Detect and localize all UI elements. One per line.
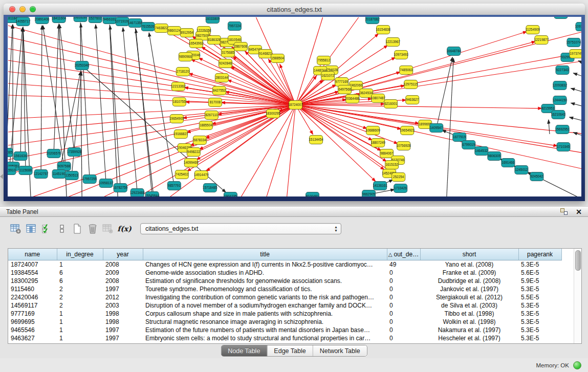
graph-node[interactable]: 3915910 xyxy=(8,166,16,175)
citation-edge-black[interactable] xyxy=(54,25,59,154)
graph-node[interactable]: 9245042 xyxy=(530,172,543,181)
graph-node[interactable]: 8267110 xyxy=(205,111,218,120)
zoom-button[interactable] xyxy=(30,6,36,12)
table-cell[interactable]: Investigating the contribution of common… xyxy=(143,293,387,301)
graph-node[interactable]: 10975143 xyxy=(575,23,581,31)
graph-node[interactable]: 2867608 xyxy=(234,42,247,51)
graph-node[interactable]: 12142757 xyxy=(34,170,49,179)
graph-node[interactable]: 14099469 xyxy=(184,159,199,167)
graph-node[interactable]: 7463822 xyxy=(155,24,168,33)
table-cell[interactable]: Franke et al. (2009) xyxy=(420,269,518,277)
table-cell[interactable]: 1 xyxy=(57,334,103,342)
graph-node[interactable]: 19654923 xyxy=(400,126,415,135)
delete-column-button[interactable] xyxy=(85,222,100,235)
graph-node[interactable]: 252254 xyxy=(392,173,405,182)
graph-node[interactable]: 9463627 xyxy=(406,96,419,104)
graph-node[interactable]: 817008 xyxy=(208,98,222,107)
table-cell[interactable]: 1997 xyxy=(103,285,143,293)
table-cell[interactable]: 2008 xyxy=(103,277,143,285)
table-cell[interactable]: 9777169 xyxy=(8,310,57,318)
table-cell[interactable]: 1998 xyxy=(103,310,143,318)
graph-node[interactable]: 20206576 xyxy=(47,149,61,158)
table-cell[interactable]: 5.3E-5 xyxy=(518,326,561,334)
table-cell[interactable]: 0 xyxy=(387,301,420,310)
table-row[interactable]: 977716911998Corpus callosum shape and si… xyxy=(8,310,581,318)
column-header-pagerank[interactable]: pagerank xyxy=(518,249,561,260)
graph-node[interactable]: 1527602 xyxy=(89,17,102,23)
graph-node[interactable]: 9662905 xyxy=(362,190,376,197)
table-cell[interactable]: Estimation of significance thresholds fo… xyxy=(143,277,387,285)
citation-edge-red[interactable] xyxy=(8,26,296,105)
graph-node[interactable]: 2718120 xyxy=(176,68,189,76)
table-cell[interactable]: 0 xyxy=(387,277,420,285)
window-titlebar[interactable]: citations_edges.txt xyxy=(4,4,585,15)
graph-node[interactable]: 10653287 xyxy=(73,17,88,22)
minimize-button[interactable] xyxy=(19,6,26,12)
table-cell[interactable]: 18724007 xyxy=(8,260,57,269)
graph-node[interactable]: 9097588 xyxy=(57,162,71,171)
graph-node[interactable]: 7957224 xyxy=(228,22,241,31)
table-cell[interactable]: 5.3E-5 xyxy=(518,301,561,310)
graph-node[interactable]: 1973749 xyxy=(570,50,581,58)
table-selector-dropdown[interactable]: citations_edges.txt ▲▼ xyxy=(140,223,341,234)
graph-node[interactable]: 1904235 xyxy=(224,192,237,197)
table-cell[interactable]: 5.3E-5 xyxy=(518,334,561,342)
table-cell[interactable]: 2008 xyxy=(103,260,143,269)
graph-node[interactable]: 9227343 xyxy=(556,66,569,75)
column-header-in_degree[interactable]: in_degree xyxy=(57,249,103,260)
table-cell[interactable]: 1 xyxy=(57,260,103,269)
graph-node[interactable]: 7485063 xyxy=(400,66,413,75)
table-cell[interactable]: Dudbridge et al. (2008) xyxy=(420,277,518,285)
citation-edge-black[interactable] xyxy=(23,28,26,170)
graph-node[interactable]: 12444150 xyxy=(553,96,568,105)
citation-edge-black[interactable] xyxy=(96,25,106,183)
graph-node[interactable]: 1710345 xyxy=(557,143,570,151)
column-header-year[interactable]: year xyxy=(103,249,143,260)
table-cell[interactable]: Stergiakouli et al. (2012) xyxy=(420,293,518,301)
graph-node[interactable]: 15692951 xyxy=(555,125,570,134)
graph-node[interactable]: 6497568 xyxy=(338,85,352,94)
graph-node[interactable]: 1115688 xyxy=(19,166,32,175)
graph-node[interactable]: 9242848 xyxy=(219,59,232,68)
graph-node[interactable]: 14671358 xyxy=(128,19,143,28)
graph-node[interactable]: 16782759 xyxy=(113,184,128,192)
table-cell[interactable]: 49 xyxy=(387,260,420,269)
graph-node[interactable]: 7955812 xyxy=(317,56,331,65)
table-cell[interactable]: de Silva et al. (2003) xyxy=(420,301,518,310)
table-cell[interactable]: 1998 xyxy=(103,318,143,326)
graph-node[interactable]: 20891406 xyxy=(35,17,50,24)
table-cell[interactable]: Tibbo et al. (1998) xyxy=(420,310,518,318)
network-canvas[interactable]: 1811843140557172089140618411604106532871… xyxy=(8,17,581,196)
graph-node[interactable]: 12923488 xyxy=(130,189,145,197)
table-cell[interactable]: Structural magnetic resonance image aver… xyxy=(143,318,387,326)
tab-node-table[interactable]: Node Table xyxy=(221,345,267,356)
graph-node[interactable]: 9884067 xyxy=(380,149,394,158)
graph-node[interactable]: 16543962 xyxy=(189,39,204,48)
table-scrollbar[interactable] xyxy=(574,249,581,343)
table-scrollbar-thumb[interactable] xyxy=(575,250,581,271)
graph-node[interactable]: 1464532 xyxy=(475,147,488,156)
table-cell[interactable]: 0 xyxy=(387,318,420,326)
graph-node[interactable]: 8427552 xyxy=(212,86,226,95)
graph-node[interactable]: 9860124 xyxy=(167,27,181,35)
graph-node[interactable]: 9498222 xyxy=(187,148,200,157)
graph-node[interactable]: 7615526 xyxy=(141,23,155,31)
graph-node[interactable]: 15134454 xyxy=(309,136,323,144)
create-column-button[interactable] xyxy=(70,222,85,235)
citation-edge-black[interactable] xyxy=(80,23,82,196)
graph-node[interactable]: 1621072 xyxy=(321,72,335,80)
graph-node[interactable]: 10958137 xyxy=(99,179,114,188)
table-cell[interactable]: 5.5E-5 xyxy=(518,293,561,301)
table-cell[interactable]: 2 xyxy=(57,285,103,293)
graph-node[interactable]: 16033809 xyxy=(205,17,220,24)
close-button[interactable] xyxy=(9,6,15,12)
table-cell[interactable]: 5.3E-5 xyxy=(518,260,561,269)
graph-node[interactable]: 9146821 xyxy=(258,50,272,58)
graph-node[interactable]: 1561636 xyxy=(14,152,27,161)
citation-edge-black[interactable] xyxy=(8,25,12,152)
citation-edge-black[interactable] xyxy=(437,57,452,128)
table-cell[interactable]: 5.6E-5 xyxy=(518,269,561,277)
graph-node[interactable]: 6216001 xyxy=(384,100,398,108)
graph-node[interactable]: 2526085 xyxy=(8,148,13,157)
table-cell[interactable]: 2009 xyxy=(103,269,143,277)
